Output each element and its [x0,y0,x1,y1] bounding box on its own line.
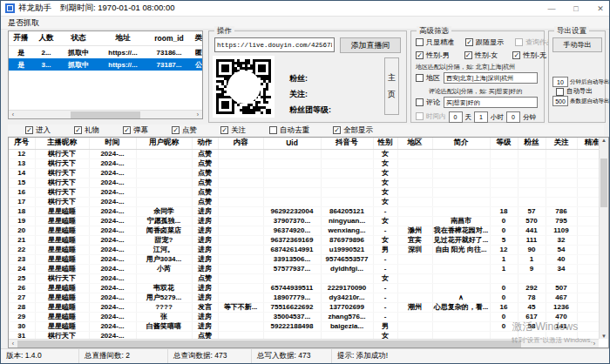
table-horizontal-scrollbar[interactable]: ‹ › [9,339,599,347]
column-header[interactable]: 性别 [373,138,397,149]
checkbox-within-time[interactable]: 时间内 [416,112,446,121]
table-row[interactable]: 29星星瞌睡2024-...张进房35004537...zhang576...-… [9,312,599,321]
homepage-button[interactable]: 主 页 [384,57,399,115]
table-row[interactable]: 24星星瞌睡2024-...小芮进房57577937...dyldhfgi...… [9,264,599,273]
table-row[interactable]: 26星星瞌睡2024-...韦双花进房657449395112229170090… [9,283,599,293]
table-row[interactable]: 18星星瞌睡2024-...余同学进房96292232004864205121-… [9,206,599,216]
minimize-button[interactable]: — [546,4,557,13]
table-row[interactable]: 是2...抓取中https://...73186...匿名 [9,46,203,59]
checkbox-like[interactable]: ✓点赞 [172,125,197,136]
scroll-down-icon[interactable]: ▼ [601,334,607,339]
checkbox-icon[interactable]: ✓ [464,51,472,59]
table-row[interactable]: 是3...抓取中https://...73187...公开 [9,58,203,71]
vertical-scrollbar[interactable]: ▲ ▼ [599,138,608,339]
table-row[interactable]: 31棋行天下2024-...点赞女h [9,331,599,339]
maximize-button[interactable]: □ [571,4,581,13]
checkbox-icon[interactable] [416,74,424,82]
checkbox-icon[interactable]: ✓ [220,126,228,134]
table-row[interactable]: 28星星瞌睡2024-...????发言等下不新...7551662269213… [9,302,599,312]
checkbox-icon[interactable]: ✓ [512,51,520,59]
table-row[interactable]: 14棋行天下2024-...点赞女h [9,168,599,178]
checkbox-only-precise[interactable]: 只显精准 [416,37,454,47]
column-header[interactable]: 内容 [218,138,263,149]
checkbox-comment[interactable]: 评论 [416,98,440,107]
table-row[interactable]: 19星星瞌睡2024-...宁愿孤独...进房37907370...ningyu… [9,216,599,226]
table-row[interactable]: 15棋行天下2024-...点赞女h [9,178,599,187]
column-header[interactable]: 人数 [33,31,59,46]
checkbox-icon[interactable]: ✓ [465,38,473,46]
table-row[interactable]: 20星星瞌睡2024-...闻香卤菜店进房96374920...wenxiang… [9,226,599,235]
table-row[interactable]: 12棋行天下2024-...点赞女h [9,149,599,158]
rooms-horizontal-scrollbar[interactable]: ‹ › [9,110,202,118]
checkbox-icon[interactable]: ✓ [416,51,424,59]
scroll-left-icon[interactable]: ‹ [9,111,17,118]
region-filter-input[interactable] [444,72,538,84]
checkbox-icon[interactable]: ✓ [123,126,131,134]
live-url-input[interactable] [214,37,335,52]
scroll-left-icon[interactable]: ‹ [9,340,17,347]
column-header[interactable]: Uid [263,138,321,149]
column-header[interactable]: 时间 [89,138,136,149]
days-input[interactable] [449,111,463,123]
checkbox-icon[interactable]: ✓ [172,126,180,134]
checkbox-icon[interactable] [416,112,424,120]
checkbox-icon[interactable] [269,126,277,134]
checkbox-follow[interactable]: ✓关注 [220,125,246,136]
column-header[interactable]: 主播昵称 [35,138,89,149]
scroll-right-icon[interactable]: › [590,340,599,347]
tab-capture[interactable]: 是否抓取 [8,17,39,29]
checkbox-gender-female[interactable]: ✓性别-女 [464,51,498,60]
table-row[interactable]: 23星星瞌睡2024-...用户3034...进房33913506...9574… [9,254,599,264]
checkbox-gift[interactable]: ✓礼物 [74,125,99,136]
checkbox-gender-male[interactable]: ✓性别-男 [416,51,450,60]
column-header[interactable]: 地区 [397,138,432,149]
scrollbar-thumb[interactable] [600,158,607,208]
checkbox-show-all[interactable]: ✓全部显示 [333,125,373,136]
checkbox-auto-export[interactable]: 自动导出 [556,87,593,96]
checkbox-region[interactable]: 地区 [416,73,440,83]
checkbox-icon[interactable] [416,98,424,106]
table-row[interactable]: 13棋行天下2024-...点赞女h [9,158,599,168]
column-header[interactable]: 类型 [190,31,203,46]
table-row[interactable]: 22星星瞌睡2024-...江河。进房68742614991u19990521男… [9,245,599,254]
checkbox-icon[interactable]: ✓ [25,126,33,134]
column-header[interactable]: room_id [148,31,190,46]
checkbox-icon[interactable]: ✓ [333,126,341,134]
checkbox-follow-display[interactable]: ✓跟随显示 [465,37,504,47]
table-row[interactable]: 17棋行天下2024-...点赞女h [9,197,599,206]
comment-filter-input[interactable] [444,97,538,108]
column-header[interactable]: 状态 [59,31,98,46]
checkbox-gender-none[interactable]: ✓性别-无 [512,51,546,60]
table-row[interactable]: 30星星瞌睡2024-...白酱笑嘻嘻进房59222188498baigezia… [9,321,599,331]
export-count-input[interactable] [552,96,568,106]
table-row[interactable]: 21星星瞌睡2024-...甜宠?进房96372369169876979896女… [9,235,599,245]
checkbox-icon[interactable]: ✓ [74,126,82,134]
checkbox-danmu[interactable]: ✓弹幕 [123,125,148,136]
scrollbar-thumb[interactable] [71,111,141,118]
column-header[interactable]: 关注 [546,138,577,149]
close-button[interactable]: ✕ [595,4,606,13]
column-header[interactable]: 序号 [9,138,35,149]
column-header[interactable]: 精准 [577,138,599,149]
column-header[interactable]: 地址 [98,31,148,46]
table-row[interactable]: 16棋行天下2024-...点赞女h [9,187,599,197]
manual-export-button[interactable]: 手动导出 [552,37,602,52]
checkbox-icon[interactable] [416,38,424,46]
table-row[interactable]: 25棋行天下2024-...点赞女h [9,273,599,283]
column-header[interactable]: 抖音号 [321,138,373,149]
scroll-right-icon[interactable]: › [193,111,202,118]
scrollbar-track[interactable] [17,111,193,118]
column-header[interactable]: 用户昵称 [136,138,192,149]
scrollbar-track[interactable] [600,143,608,334]
checkbox-icon[interactable] [515,38,523,46]
minutes-input[interactable] [506,111,520,123]
export-minutes-input[interactable] [552,77,568,87]
column-header[interactable]: 粉丝 [518,138,546,149]
scrollbar-thumb[interactable] [17,340,521,347]
add-room-button[interactable]: 添加直播间 [340,37,401,53]
table-row[interactable]: 27星星瞌睡2024-...用户5279...进房18907779...dy34… [9,293,599,302]
column-header[interactable]: 简介 [432,138,490,149]
checkbox-icon[interactable] [556,88,564,96]
hours-input[interactable] [474,111,488,123]
scrollbar-track[interactable] [17,340,590,347]
